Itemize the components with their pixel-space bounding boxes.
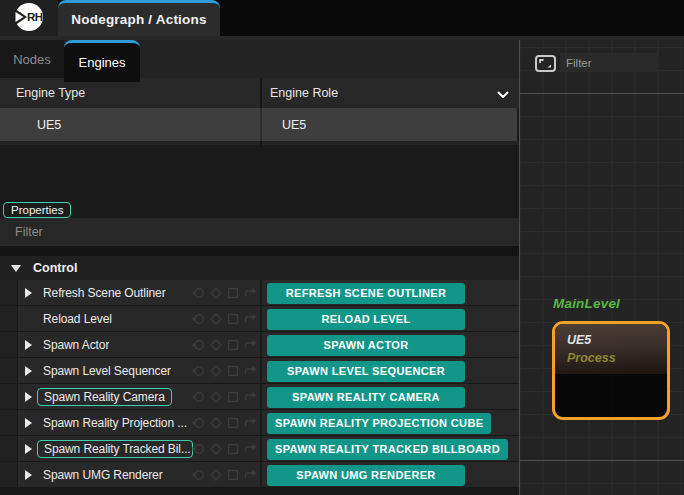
row-icons (192, 417, 256, 429)
nodegraph-canvas[interactable]: MainLevel UE5 Process (519, 40, 684, 495)
ue5-node[interactable]: UE5 Process (552, 321, 670, 420)
ue5-node-subtitle: Process (567, 351, 616, 365)
action-row: Spawn ActorSPAWN ACTOR (0, 332, 519, 358)
action-button[interactable]: SPAWN UMG RENDERER (267, 465, 465, 486)
action-name[interactable]: Spawn Reality Projection ... (43, 416, 187, 430)
keyframe-diamond-icon[interactable] (210, 287, 222, 299)
square-icon[interactable] (227, 391, 239, 403)
collapse-triangle-icon[interactable] (11, 265, 21, 272)
revert-icon[interactable] (192, 313, 205, 325)
engine-table: Engine Type Engine Role UE5 UE5 (0, 78, 519, 145)
redirect-arrow-icon[interactable] (244, 469, 257, 481)
expander-triangle-icon[interactable] (25, 340, 32, 350)
engine-table-header: Engine Type Engine Role (0, 78, 519, 108)
rows-bottom-fill (0, 488, 519, 495)
square-icon[interactable] (227, 469, 239, 481)
chevron-down-icon[interactable] (497, 88, 509, 102)
action-name[interactable]: Spawn Level Sequencer (43, 364, 171, 378)
revert-icon[interactable] (192, 339, 205, 351)
engine-table-footer (0, 141, 519, 145)
revert-icon[interactable] (192, 443, 205, 455)
redirect-arrow-icon[interactable] (244, 443, 257, 455)
redirect-arrow-icon[interactable] (244, 339, 257, 351)
top-bar: RH Nodegraph / Actions (0, 0, 684, 36)
action-button[interactable]: SPAWN LEVEL SEQUENCER (267, 361, 465, 382)
section-control-label: Control (33, 261, 77, 275)
row-icons (192, 287, 256, 299)
square-icon[interactable] (227, 339, 239, 351)
action-row: Spawn UMG RendererSPAWN UMG RENDERER (0, 462, 519, 488)
keyframe-diamond-icon[interactable] (210, 469, 222, 481)
row-icons (192, 365, 256, 377)
ue5-node-title: UE5 (567, 333, 591, 347)
svg-text:RH: RH (27, 11, 43, 23)
expander-triangle-icon[interactable] (25, 366, 32, 376)
tab-nodes[interactable]: Nodes (0, 40, 64, 78)
grid-major-line (519, 460, 684, 461)
expander-triangle-icon[interactable] (25, 418, 32, 428)
tab-engines[interactable]: Engines (64, 40, 140, 82)
row-icons (192, 443, 256, 455)
square-icon[interactable] (227, 443, 239, 455)
action-name[interactable]: Spawn Reality Tracked Bil... (37, 440, 193, 458)
keyframe-diamond-icon[interactable] (210, 339, 222, 351)
expander-triangle-icon[interactable] (25, 470, 32, 480)
revert-icon[interactable] (192, 469, 205, 481)
app-logo[interactable]: RH (0, 0, 58, 36)
fit-view-icon[interactable] (535, 55, 556, 72)
action-button[interactable]: SPAWN REALITY TRACKED BILLBOARD (267, 439, 508, 460)
action-row: Refresh Scene OutlinerREFRESH SCENE OUTL… (0, 280, 519, 306)
action-name[interactable]: Refresh Scene Outliner (43, 286, 166, 300)
col-engine-type: Engine Type (16, 86, 85, 100)
expander-triangle-icon[interactable] (25, 392, 32, 402)
panel-tabs: Nodes Engines (0, 40, 519, 78)
gap-strip (0, 246, 519, 256)
redirect-arrow-icon[interactable] (244, 365, 257, 377)
action-button[interactable]: SPAWN REALITY CAMERA (267, 387, 465, 408)
action-row: Spawn Reality CameraSPAWN REALITY CAMERA (0, 384, 519, 410)
redirect-arrow-icon[interactable] (244, 313, 257, 325)
square-icon[interactable] (227, 287, 239, 299)
properties-filter-input[interactable] (0, 218, 519, 246)
revert-icon[interactable] (192, 365, 205, 377)
actions-list: Refresh Scene OutlinerREFRESH SCENE OUTL… (0, 280, 519, 488)
action-button[interactable]: REFRESH SCENE OUTLINER (267, 283, 465, 304)
redirect-arrow-icon[interactable] (244, 391, 257, 403)
keyframe-diamond-icon[interactable] (210, 443, 222, 455)
engine-role-value: UE5 (282, 118, 306, 132)
reality-hub-window: RH Nodegraph / Actions Nodes Engines Eng… (0, 0, 684, 495)
action-button[interactable]: RELOAD LEVEL (267, 309, 465, 330)
action-button[interactable]: SPAWN ACTOR (267, 335, 465, 356)
section-control[interactable]: Control (0, 256, 519, 280)
grid-major-line (519, 40, 520, 495)
action-name[interactable]: Spawn UMG Renderer (43, 468, 163, 482)
redirect-arrow-icon[interactable] (244, 417, 257, 429)
tab-nodegraph-actions[interactable]: Nodegraph / Actions (58, 0, 220, 36)
revert-icon[interactable] (192, 287, 205, 299)
action-name[interactable]: Reload Level (43, 312, 112, 326)
properties-badge-label: Properties (11, 204, 63, 216)
action-row: Spawn Reality Tracked Bil...SPAWN REALIT… (0, 436, 519, 462)
keyframe-diamond-icon[interactable] (210, 391, 222, 403)
square-icon[interactable] (227, 365, 239, 377)
action-row: Reload LevelRELOAD LEVEL (0, 306, 519, 332)
properties-badge[interactable]: Properties (3, 202, 71, 218)
main-tab-label: Nodegraph / Actions (71, 12, 206, 27)
action-name[interactable]: Spawn Actor (43, 338, 109, 352)
keyframe-diamond-icon[interactable] (210, 365, 222, 377)
square-icon[interactable] (227, 313, 239, 325)
redirect-arrow-icon[interactable] (244, 287, 257, 299)
expander-triangle-icon[interactable] (25, 444, 32, 454)
rh-logo-icon: RH (15, 3, 43, 31)
revert-icon[interactable] (192, 391, 205, 403)
keyframe-diamond-icon[interactable] (210, 417, 222, 429)
action-name[interactable]: Spawn Reality Camera (37, 388, 172, 406)
engine-row[interactable]: UE5 UE5 (0, 108, 517, 141)
expander-triangle-icon[interactable] (25, 288, 32, 298)
graph-filter-input[interactable] (560, 53, 657, 72)
revert-icon[interactable] (192, 417, 205, 429)
keyframe-diamond-icon[interactable] (210, 313, 222, 325)
col-engine-role: Engine Role (270, 86, 338, 100)
square-icon[interactable] (227, 417, 239, 429)
action-button[interactable]: SPAWN REALITY PROJECTION CUBE (267, 413, 491, 434)
